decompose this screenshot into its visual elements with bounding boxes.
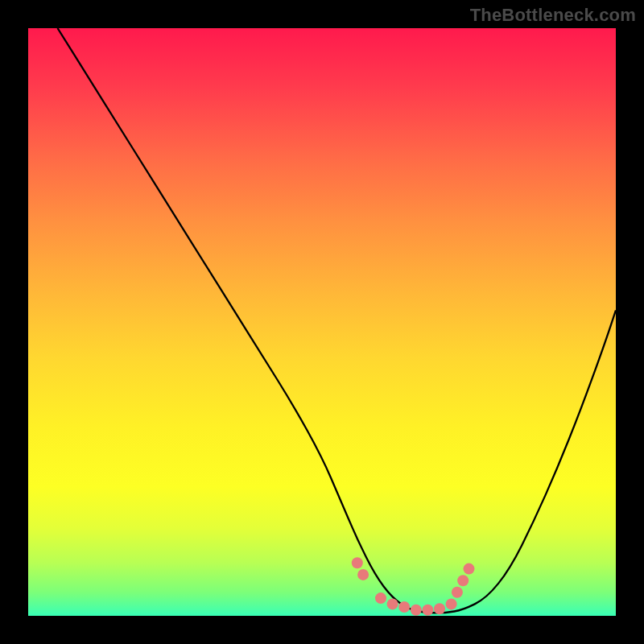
watermark-text: TheBottleneck.com xyxy=(470,5,636,26)
scatter-dot xyxy=(352,557,363,568)
scatter-dot xyxy=(434,603,445,614)
scatter-dot xyxy=(452,587,463,598)
scatter-dot xyxy=(398,601,410,613)
plot-area xyxy=(28,28,616,616)
chart-container: TheBottleneck.com xyxy=(0,0,644,644)
curve-svg xyxy=(28,28,616,616)
scatter-dot xyxy=(411,605,422,616)
bottleneck-curve xyxy=(58,28,617,613)
scatter-dot xyxy=(464,564,475,575)
scatter-dot xyxy=(375,592,386,604)
scatter-dot xyxy=(422,605,433,616)
scatter-dot xyxy=(446,598,457,609)
scatter-dot xyxy=(387,598,398,609)
scatter-dot xyxy=(457,575,469,586)
scatter-dot xyxy=(357,569,369,580)
